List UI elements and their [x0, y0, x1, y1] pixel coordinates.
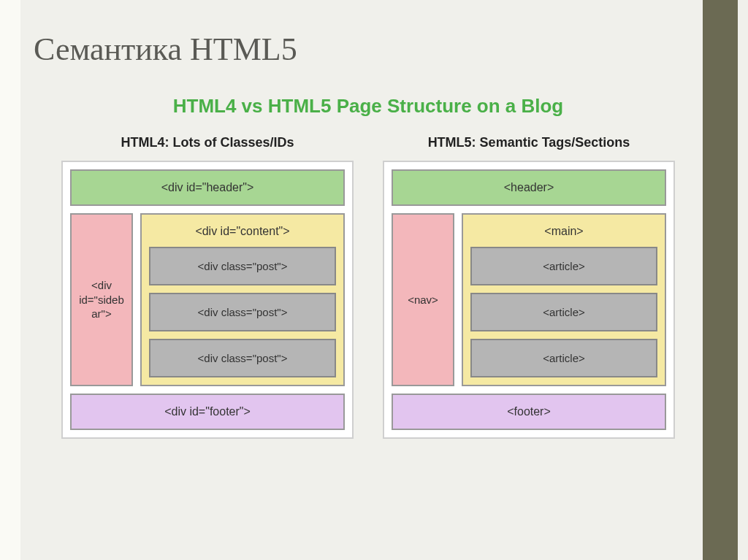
html5-main-box: <main> <article> <article> <article> — [462, 213, 666, 386]
right-accent-stripe — [703, 0, 738, 560]
html5-article-box: <article> — [470, 293, 657, 331]
html5-mid-row: <nav> <main> <article> <article> <articl… — [392, 213, 666, 386]
left-accent-stripe — [0, 0, 20, 560]
html5-nav-box: <nav> — [392, 213, 454, 386]
html5-header-box: <header> — [392, 169, 666, 206]
html4-mid-row: <div id="sideb ar"> <div id="content"> <… — [70, 213, 345, 386]
html5-column: HTML5: Semantic Tags/Sections <header> <… — [383, 135, 675, 439]
html5-footer-box: <footer> — [392, 394, 666, 430]
html5-article-box: <article> — [470, 339, 657, 377]
html4-header-box: <div id="header"> — [70, 169, 345, 206]
html5-main-label: <main> — [470, 222, 657, 239]
html5-column-title: HTML5: Semantic Tags/Sections — [383, 135, 675, 150]
diagram-subtitle: HTML4 vs HTML5 Page Structure on a Blog — [47, 95, 690, 118]
diagram-content: HTML4 vs HTML5 Page Structure on a Blog … — [47, 95, 690, 439]
html5-page-structure: <header> <nav> <main> <article> <article… — [383, 161, 675, 439]
html5-article-box: <article> — [470, 247, 657, 285]
html4-sidebar-box: <div id="sideb ar"> — [70, 213, 133, 386]
html4-column-title: HTML4: Lots of Classes/IDs — [61, 135, 354, 150]
html4-post-box: <div class="post"> — [149, 247, 336, 285]
comparison-columns: HTML4: Lots of Classes/IDs <div id="head… — [47, 135, 690, 439]
html4-post-box: <div class="post"> — [149, 293, 336, 331]
slide-title: Семантика HTML5 — [34, 31, 297, 68]
html4-page-structure: <div id="header"> <div id="sideb ar"> <d… — [61, 161, 354, 439]
html4-content-label: <div id="content"> — [149, 222, 336, 239]
html4-column: HTML4: Lots of Classes/IDs <div id="head… — [61, 135, 354, 439]
html4-post-box: <div class="post"> — [149, 339, 336, 377]
html4-footer-box: <div id="footer"> — [70, 394, 345, 430]
html4-content-box: <div id="content"> <div class="post"> <d… — [140, 213, 345, 386]
